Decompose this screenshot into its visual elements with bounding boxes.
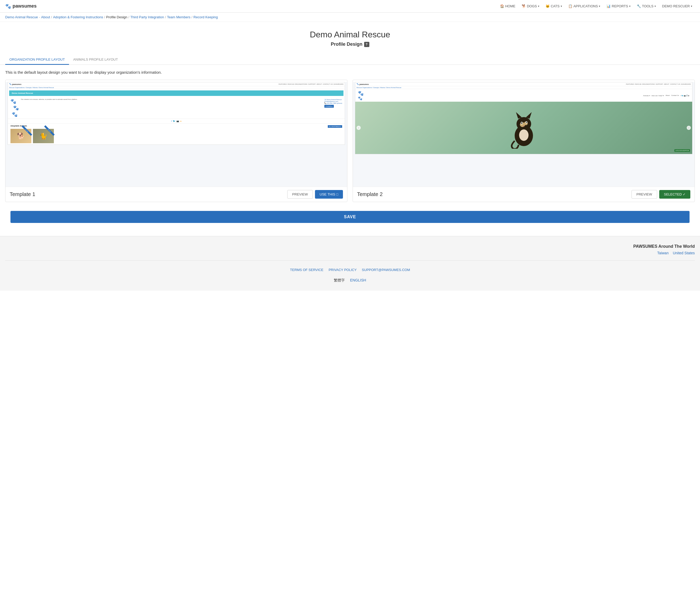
t1-animal-2: 🐈 108 days (33, 129, 54, 143)
tab-organization-profile[interactable]: ORGANIZATION PROFILE LAYOUT (5, 55, 69, 65)
footer-privacy[interactable]: PRIVACY POLICY (329, 268, 356, 272)
breadcrumb-third-party[interactable]: Third Party Integration (130, 15, 164, 19)
dogs-icon: 🐕 (522, 4, 526, 8)
template-2-card: 🐾 pawsumes FEATURES RESCUE ORGANIZATIONS… (353, 80, 695, 202)
page-header: Demo Animal Rescue Profile Design ? (0, 22, 700, 50)
nav-demo-rescuer[interactable]: DEMO RESCUER ▾ (659, 3, 695, 10)
layout-description: This is the default layout design you wa… (5, 70, 695, 75)
save-section: SAVE (5, 208, 695, 231)
nav-reports[interactable]: 📊 REPORTS ▾ (604, 3, 633, 10)
t2-arrow-right[interactable]: › (687, 126, 691, 130)
templates-grid: 🐾 pawsumes FEATURES RESCUE ORGANIZATIONS… (5, 80, 695, 202)
template-1-card: 🐾 pawsumes FEATURES RESCUE ORGANIZATIONS… (5, 80, 347, 202)
t2-cats-adoption-badge: CATS FOR ADOPTION (674, 149, 690, 152)
t1-animal-1: 🐕 111 days (11, 129, 31, 143)
t1-paws: 🐾 🐾 🐾 (11, 98, 19, 117)
breadcrumb-sep-4: / (165, 15, 166, 19)
t1-animals: 🐕 111 days 🐈 108 days (11, 129, 342, 143)
footer-lang-english[interactable]: ENGLISH (350, 278, 366, 282)
template-2-footer: Template 2 PREVIEW SELECTED ✓ (353, 187, 695, 202)
svg-point-10 (526, 122, 527, 123)
reports-caret: ▾ (629, 5, 631, 7)
nav-cats[interactable]: 🐱 CATS ▾ (543, 3, 564, 10)
page-subtitle: Profile Design ? (5, 42, 695, 47)
t2-mini-breadcrumb: Rescue Organizations / Georgia / Atlanta… (355, 86, 692, 89)
footer-support[interactable]: SUPPORT@PAWSUMES.COM (362, 268, 410, 272)
home-icon: 🏠 (500, 4, 504, 8)
breadcrumb-sep-2: / (104, 15, 105, 19)
template-1-use-btn[interactable]: USE THIS □ (315, 190, 343, 199)
t2-mini-nav-links: FEATURES RESCUE ORGANIZATIONS SUPPORT AB… (626, 83, 691, 85)
svg-point-4 (519, 129, 528, 141)
breadcrumb-about[interactable]: About (41, 15, 50, 19)
t1-mini-nav: 🐾 pawsumes FEATURES RESCUE ORGANIZATIONS… (8, 82, 345, 86)
template-2-name: Template 2 (357, 191, 383, 197)
tools-icon: 🔧 (637, 4, 641, 8)
t1-mini-logo: 🐾 pawsumes (9, 83, 21, 85)
template-1-actions: PREVIEW USE THIS □ (287, 190, 343, 199)
footer-lang-traditional[interactable]: 繁體字 (334, 278, 345, 282)
breadcrumb-sep-0: - (39, 15, 40, 19)
t1-paw-2: 🐾 (13, 105, 19, 111)
logo-text: pawsumes (13, 3, 36, 9)
cats-icon: 🐱 (545, 4, 550, 8)
breadcrumb-record-keeping[interactable]: Record Keeping (193, 15, 218, 19)
t1-mini-breadcrumb: Rescue Organizations / Georgia / Atlanta… (8, 86, 345, 89)
template-1-name: Template 1 (10, 191, 35, 197)
t2-mini-logo: 🐾 pawsumes (356, 83, 369, 85)
t2-paw-logo-2: 🐾 (358, 96, 364, 100)
footer-world-section: PAWSUMES Around The World Taiwan United … (5, 244, 695, 260)
template-1-mini-browser: 🐾 pawsumes FEATURES RESCUE ORGANIZATIONS… (7, 82, 345, 145)
t1-paw-3: 🐾 (12, 112, 19, 117)
t1-contact: 📧 Demo Animal Rescue ✉ hello@demo.com 📞 … (324, 98, 342, 117)
footer-world-links: Taiwan United States (5, 251, 695, 255)
help-icon[interactable]: ? (364, 42, 369, 47)
breadcrumb-team-members[interactable]: Team Members (167, 15, 191, 19)
t2-carousel-image (355, 102, 692, 154)
tab-animals-profile[interactable]: ANIMALS PROFILE LAYOUT (69, 55, 122, 65)
nav-tools[interactable]: 🔧 TOOLS ▾ (634, 3, 658, 10)
template-1-preview: 🐾 pawsumes FEATURES RESCUE ORGANIZATIONS… (5, 82, 347, 187)
breadcrumb: Demo Animal Rescue - About / Adoption & … (0, 13, 700, 22)
footer-link-taiwan[interactable]: Taiwan (657, 251, 669, 255)
footer-link-us[interactable]: United States (673, 251, 695, 255)
t1-adoptable-section: Adoptable Animals ALL ADOPTABLES ▸ 🐕 111… (8, 124, 345, 145)
template-1-footer: Template 1 PREVIEW USE THIS □ (5, 187, 347, 202)
template-2-actions: PREVIEW SELECTED ✓ (632, 190, 690, 199)
selected-icon: ✓ (683, 192, 686, 196)
applications-caret: ▾ (599, 5, 600, 7)
footer: PAWSUMES Around The World Taiwan United … (0, 236, 700, 291)
nav-applications[interactable]: 📋 APPLICATIONS ▾ (566, 3, 603, 10)
t1-forms-btn: FORMS ▸ (324, 105, 334, 108)
breadcrumb-sep-3: / (128, 15, 129, 19)
logo[interactable]: 🐾 pawsumes (5, 3, 36, 9)
tabs: ORGANIZATION PROFILE LAYOUT ANIMALS PROF… (0, 55, 700, 65)
page-title: Demo Animal Rescue (5, 30, 695, 39)
t1-body: 🐾 🐾 🐾 Our mission is to rescue, rehome, … (8, 97, 345, 119)
breadcrumb-demo-rescue[interactable]: Demo Animal Rescue (5, 15, 38, 19)
t2-carousel: ‹ › CATS FOR ADOPTION (355, 102, 692, 154)
nav-home[interactable]: 🏠 HOME (497, 3, 518, 10)
save-button[interactable]: SAVE (11, 211, 689, 223)
template-1-preview-btn[interactable]: PREVIEW (287, 190, 313, 199)
breadcrumb-sep-5: / (191, 15, 192, 19)
breadcrumb-sep-1: / (51, 15, 52, 19)
t2-cat-svg (508, 107, 540, 149)
reports-icon: 📊 (606, 4, 610, 8)
t1-all-adoptables-btn: ALL ADOPTABLES ▸ (328, 125, 342, 128)
nav-dogs[interactable]: 🐕 DOGS ▾ (519, 3, 542, 10)
t2-arrow-left[interactable]: ‹ (356, 126, 361, 130)
template-2-selected-btn[interactable]: SELECTED ✓ (659, 190, 690, 199)
breadcrumb-adoption[interactable]: Adoption & Fostering Instructions (53, 15, 103, 19)
t2-header-section: 🐾 🐾 Animals ▾ How can I help? ▾ About Co… (355, 89, 692, 102)
dogs-caret: ▾ (538, 5, 539, 7)
footer-links: TERMS OF SERVICE PRIVACY POLICY SUPPORT@… (5, 264, 695, 276)
tools-caret: ▾ (654, 5, 656, 7)
demo-rescuer-caret: ▾ (691, 5, 692, 7)
template-2-preview-btn[interactable]: PREVIEW (632, 190, 657, 199)
t1-social: f 🐦 📷 a (8, 119, 345, 124)
footer-language: 繁體字 ENGLISH (5, 276, 695, 283)
footer-terms[interactable]: TERMS OF SERVICE (290, 268, 323, 272)
use-this-icon: □ (336, 192, 338, 196)
nav-links: 🏠 HOME 🐕 DOGS ▾ 🐱 CATS ▾ 📋 APPLICATIONS … (497, 3, 695, 10)
